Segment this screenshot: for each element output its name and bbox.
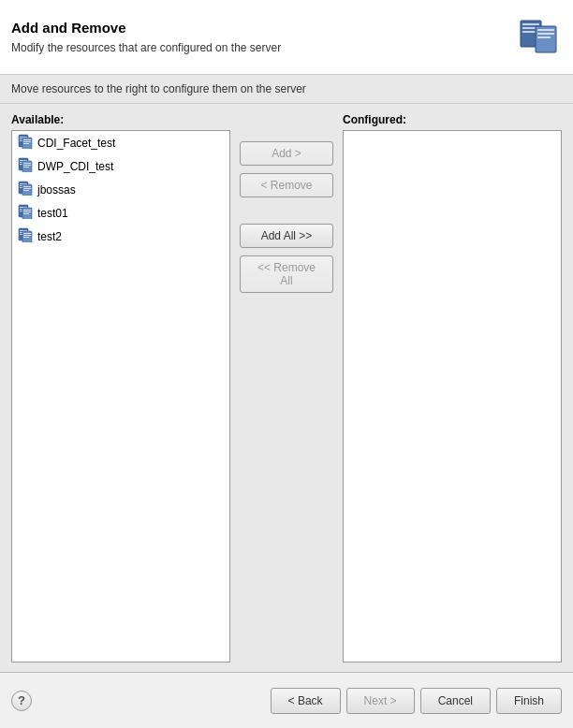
- svg-rect-7: [537, 36, 551, 38]
- cancel-button[interactable]: Cancel: [420, 688, 491, 714]
- dialog-title: Add and Remove: [11, 20, 517, 36]
- remove-all-button[interactable]: << Remove All: [240, 255, 333, 293]
- configured-list[interactable]: [343, 130, 562, 662]
- back-button[interactable]: < Back: [271, 688, 341, 714]
- svg-rect-6: [537, 33, 554, 35]
- dialog-subtitle: Modify the resources that are configured…: [11, 41, 517, 54]
- server-item-icon: [18, 157, 33, 175]
- footer-left: ?: [11, 691, 32, 711]
- list-item[interactable]: jbossas: [12, 178, 229, 201]
- item-label: test2: [37, 230, 62, 243]
- svg-rect-47: [23, 237, 29, 238]
- finish-button[interactable]: Finish: [496, 688, 562, 714]
- svg-rect-14: [23, 141, 31, 142]
- svg-rect-15: [23, 143, 29, 144]
- item-label: test01: [37, 207, 68, 220]
- columns-area: Available: CDI_Facet_test DWP_CDI_test: [11, 113, 562, 662]
- svg-rect-5: [537, 29, 554, 31]
- svg-rect-38: [23, 211, 31, 212]
- svg-rect-45: [23, 233, 31, 234]
- server-config-icon: [519, 17, 560, 58]
- svg-rect-3: [522, 31, 536, 33]
- svg-rect-13: [23, 139, 31, 140]
- svg-rect-30: [23, 188, 31, 189]
- svg-rect-29: [23, 186, 31, 187]
- remove-button[interactable]: < Remove: [240, 173, 333, 197]
- header-icon: [517, 15, 562, 60]
- available-list[interactable]: CDI_Facet_test DWP_CDI_test jbossas: [11, 130, 230, 662]
- server-item-icon: [18, 181, 33, 198]
- add-button[interactable]: Add >: [240, 141, 333, 166]
- instruction-text: Move resources to the right to configure…: [11, 82, 306, 95]
- svg-rect-1: [522, 23, 539, 25]
- svg-rect-37: [23, 210, 31, 211]
- instruction-bar: Move resources to the right to configure…: [0, 75, 573, 104]
- list-item[interactable]: test2: [12, 225, 229, 248]
- header-text: Add and Remove Modify the resources that…: [11, 20, 517, 54]
- available-label: Available:: [11, 113, 230, 126]
- add-all-button[interactable]: Add All >>: [240, 224, 333, 248]
- next-button[interactable]: Next >: [346, 688, 415, 714]
- item-label: DWP_CDI_test: [37, 160, 113, 173]
- server-item-icon: [18, 134, 33, 152]
- svg-rect-46: [23, 235, 31, 236]
- list-item[interactable]: test01: [12, 201, 229, 225]
- configured-label: Configured:: [343, 113, 562, 126]
- svg-rect-39: [23, 213, 29, 214]
- svg-rect-23: [23, 167, 29, 167]
- main-content: Available: CDI_Facet_test DWP_CDI_test: [0, 104, 573, 672]
- svg-rect-21: [23, 163, 31, 164]
- footer-buttons: < Back Next > Cancel Finish: [271, 688, 562, 714]
- transfer-buttons: Add > < Remove Add All >> << Remove All: [230, 113, 343, 662]
- configured-panel: Configured:: [343, 113, 562, 662]
- svg-rect-31: [23, 190, 29, 191]
- list-item[interactable]: CDI_Facet_test: [12, 131, 229, 154]
- svg-rect-22: [23, 165, 31, 166]
- dialog-header: Add and Remove Modify the resources that…: [0, 0, 573, 75]
- available-panel: Available: CDI_Facet_test DWP_CDI_test: [11, 113, 230, 662]
- list-item[interactable]: DWP_CDI_test: [12, 154, 229, 178]
- server-item-icon: [18, 204, 33, 222]
- item-label: CDI_Facet_test: [37, 137, 115, 150]
- server-item-icon: [18, 227, 33, 245]
- item-label: jbossas: [37, 183, 76, 197]
- help-icon[interactable]: ?: [11, 691, 32, 711]
- dialog-footer: ? < Back Next > Cancel Finish: [0, 672, 573, 728]
